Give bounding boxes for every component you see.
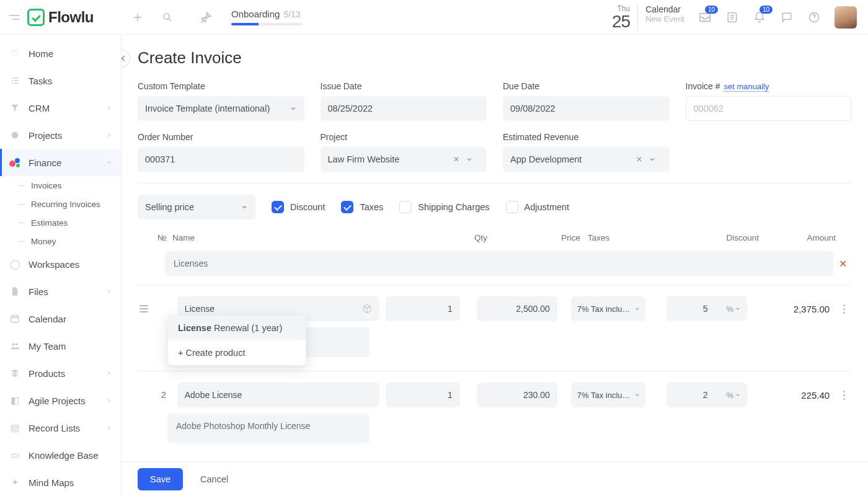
order-number-input[interactable]: 000371 [138, 147, 304, 172]
set-manually-link[interactable]: set manually [724, 82, 769, 92]
order-number-label: Order Number [138, 132, 304, 142]
brand-logo[interactable]: Flowlu [27, 9, 94, 26]
item-discount-input[interactable]: 5 % [666, 296, 747, 321]
chevron-down-icon [735, 306, 741, 312]
mindmap-icon: ✦ [9, 476, 21, 489]
sidebar-item-crm[interactable]: CRM [0, 94, 121, 122]
sidebar-item-agile[interactable]: ◧ Agile Projects [0, 387, 121, 414]
files-icon [9, 285, 21, 298]
calendar-icon [9, 312, 21, 325]
sidebar-sub-invoices[interactable]: Invoices [19, 176, 121, 195]
sidebar-item-finance[interactable]: Finance [0, 149, 121, 176]
item-discount-input[interactable]: 2 % [666, 383, 747, 407]
projects-icon [9, 129, 21, 141]
chevron-right-icon [106, 288, 112, 294]
search-icon[interactable] [161, 11, 174, 24]
save-button[interactable]: Save [138, 468, 183, 490]
drag-handle-icon[interactable] [138, 305, 150, 312]
discount-checkbox[interactable]: Discount [272, 201, 325, 213]
clear-icon[interactable]: ✕ [453, 155, 459, 164]
sidebar-item-home[interactable]: ♡ Home [0, 40, 121, 67]
onboarding-widget[interactable]: Onboarding 5/13 [231, 9, 303, 25]
dropdown-item-license-renewal[interactable]: License Renewal (1 year) [168, 316, 306, 340]
sidebar-item-label: Agile Projects [29, 396, 86, 406]
agile-icon: ◧ [9, 394, 21, 407]
add-icon[interactable] [131, 11, 144, 24]
onboarding-count: 5/13 [283, 9, 300, 19]
sidebar-sub-recurring[interactable]: Recurring Invoices [19, 195, 121, 213]
sidebar-item-label: My Team [29, 341, 66, 352]
date-widget[interactable]: Thu 25 Calendar New Event [612, 4, 684, 30]
sidebar-item-myteam[interactable]: My Team [0, 332, 121, 360]
date-day: 25 [612, 13, 630, 30]
user-avatar[interactable] [835, 6, 857, 29]
sidebar-item-label: Tasks [29, 76, 52, 86]
item-price-input[interactable]: 2,500.00 [477, 296, 557, 321]
sidebar-item-files[interactable]: Files [0, 278, 121, 305]
main-panel: ✕ Create Invoice Custom Template Invoice… [122, 35, 868, 496]
due-date-label: Due Date [503, 81, 670, 91]
item-menu-button[interactable] [836, 304, 852, 314]
sidebar-sub-money[interactable]: Money [19, 232, 121, 250]
new-event-link[interactable]: New Event [645, 14, 684, 24]
sidebar-item-mindmaps[interactable]: ✦ Mind Maps [0, 469, 121, 496]
due-date-input[interactable]: 09/08/2022 [503, 96, 670, 121]
item-tax-select[interactable]: 7% Tax inclu… [571, 383, 645, 407]
taxes-checkbox[interactable]: Taxes [341, 201, 383, 213]
book-icon: ▭ [9, 449, 21, 461]
sidebar-item-label: Finance [29, 157, 61, 168]
sidebar-item-calendar[interactable]: Calendar [0, 305, 121, 332]
sidebar-item-kb[interactable]: ▭ Knowledge Base [0, 441, 121, 469]
topbar: Flowlu Onboarding 5/13 Thu 25 Ca [0, 0, 868, 35]
item-qty-input[interactable]: 1 [386, 383, 460, 407]
dropdown-item-create-product[interactable]: + Create product [168, 340, 306, 365]
sidebar-sub-estimates[interactable]: Estimates [19, 213, 121, 232]
clear-icon[interactable]: ✕ [636, 155, 642, 164]
logo-mark-icon [27, 9, 45, 26]
inbox-badge: 10 [705, 6, 718, 14]
project-select[interactable]: Law Firm Website ✕ [321, 147, 487, 172]
shipping-checkbox[interactable]: Shipping Charges [399, 201, 489, 213]
section-name-input[interactable]: Licenses [165, 251, 833, 276]
sidebar-item-workspaces[interactable]: ◯ Workspaces [0, 250, 121, 278]
cancel-button[interactable]: Cancel [200, 474, 228, 484]
sidebar-item-products[interactable]: Products [0, 360, 121, 387]
item-price-input[interactable]: 230.00 [477, 383, 557, 407]
item-tax-select[interactable]: 7% Tax inclu… [571, 296, 645, 321]
calendar-link[interactable]: Calendar [645, 4, 684, 14]
sidebar-item-tasks[interactable]: Tasks [0, 67, 121, 94]
product-autocomplete-dropdown: License Renewal (1 year) + Create produc… [167, 315, 306, 366]
chevron-down-icon [106, 159, 112, 166]
revenue-select[interactable]: App Development ✕ [503, 147, 670, 172]
checkbox-checked-icon [341, 201, 353, 213]
recordlists-icon: ▤ [9, 422, 21, 434]
item-qty-input[interactable]: 1 [386, 296, 460, 321]
section-row: Licenses ✕ [138, 251, 852, 276]
bell-badge: 10 [760, 6, 773, 14]
item-description-input[interactable]: Adobe Photoshop Monthly License [167, 414, 370, 443]
issue-date-input[interactable]: 08/25/2022 [321, 96, 487, 121]
bell-icon[interactable]: 10 [753, 11, 766, 24]
inbox-icon[interactable]: 10 [698, 11, 712, 24]
menu-toggle-icon[interactable] [6, 15, 21, 20]
adjustment-checkbox[interactable]: Adjustment [506, 201, 570, 213]
help-icon[interactable] [807, 11, 821, 24]
line-item-row: 2 Adobe License 1 230.00 7% Tax inclu… 2 [138, 371, 852, 443]
notes-icon[interactable] [725, 11, 739, 24]
sidebar-item-projects[interactable]: Projects [0, 122, 121, 149]
chat-icon[interactable] [780, 11, 794, 24]
template-select[interactable]: Invoice Template (international) [138, 96, 304, 121]
price-type-select[interactable]: Selling price [138, 195, 255, 219]
sidebar: ♡ Home Tasks CRM Projects [0, 35, 122, 496]
invoice-number-input[interactable] [686, 96, 852, 121]
pin-icon[interactable] [199, 11, 213, 24]
template-label: Custom Template [138, 81, 304, 91]
invoice-number-label: Invoice # set manually [686, 81, 852, 91]
delete-section-button[interactable]: ✕ [833, 258, 852, 270]
invoice-number-field[interactable] [694, 97, 844, 120]
svg-point-4 [12, 132, 19, 139]
checkbox-checked-icon [272, 201, 284, 213]
sidebar-item-recordlists[interactable]: ▤ Record Lists [0, 414, 121, 441]
item-menu-button[interactable] [836, 391, 852, 400]
item-name-input[interactable]: Adobe License [177, 383, 379, 407]
